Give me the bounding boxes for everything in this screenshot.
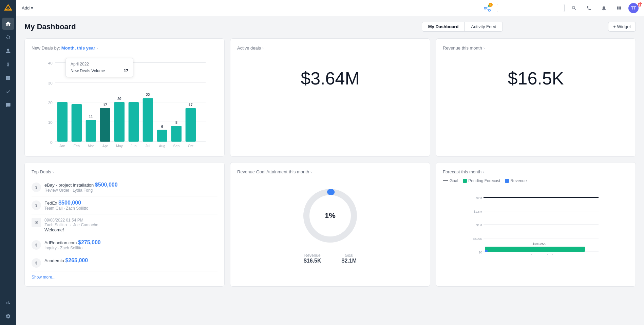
grid-button[interactable] xyxy=(613,3,624,14)
email-preview: Welcome! xyxy=(44,227,98,232)
legend-goal: Goal xyxy=(443,178,458,183)
sidebar-item-tasks[interactable] xyxy=(2,85,14,98)
show-more-link[interactable]: Show more... xyxy=(32,275,217,280)
revenue-month-value: $16.5K xyxy=(443,55,629,102)
forecast-legend: Goal Pending Forecast Revenue xyxy=(443,178,629,183)
search-button[interactable] xyxy=(569,3,580,14)
tooltip-value: 17 xyxy=(124,69,128,73)
deal-item-2: $ FedEx $500,000 Team Call · Zach Sollit… xyxy=(32,196,217,214)
deal-amount-1: $500,000 xyxy=(95,182,118,188)
notification-button[interactable] xyxy=(599,3,609,14)
sidebar-item-reports[interactable] xyxy=(2,72,14,84)
svg-text:22: 22 xyxy=(146,93,150,97)
svg-text:Total Forecasted Value: Total Forecasted Value xyxy=(525,254,556,255)
search-input[interactable] xyxy=(497,4,565,12)
svg-rect-55 xyxy=(485,247,585,252)
svg-text:17: 17 xyxy=(189,103,193,107)
deal-sub-1: Review Order · Lydia Fong xyxy=(44,188,118,193)
connect-icon[interactable]: 1 xyxy=(482,3,493,14)
forecast-card: Forecast this month › Goal Pending Forec… xyxy=(436,162,636,287)
goal-stat: Goal $2.1M xyxy=(342,253,357,264)
svg-text:20: 20 xyxy=(48,100,53,105)
legend-pending-label: Pending Forecast xyxy=(468,178,500,183)
sidebar-item-deals[interactable] xyxy=(2,58,14,71)
phone-button[interactable] xyxy=(584,3,594,14)
tooltip-date: April 2022 xyxy=(71,62,128,66)
svg-text:10: 10 xyxy=(48,120,53,125)
sidebar-item-analytics[interactable] xyxy=(2,297,14,309)
tab-activity-feed[interactable]: Activity Feed xyxy=(465,22,502,31)
forecast-chart-area: $0 $500K $1M $1.5M $2M xyxy=(443,187,629,255)
top-deals-title: Top Deals › xyxy=(32,169,217,174)
deal-sub-2: Team Call · Zach Sollitto xyxy=(44,206,88,211)
dashboard-bottom-row: Top Deals › $ eBay - project installatio… xyxy=(24,162,636,287)
chevron-down-icon: ▾ xyxy=(31,5,33,11)
svg-rect-15 xyxy=(57,102,68,142)
sidebar-logo xyxy=(3,3,14,14)
legend-green-icon xyxy=(463,179,467,183)
goal-stat-value: $2.1M xyxy=(342,258,357,264)
email-icon: ✉ xyxy=(32,218,41,227)
svg-text:$500K: $500K xyxy=(473,237,482,241)
tooltip-label: New Deals Volume xyxy=(71,69,105,73)
deal-name-2: FedEx xyxy=(44,200,58,206)
add-button[interactable]: Add ▾ xyxy=(22,5,33,11)
deal-sub-3: Inquiry · Zach Sollitto xyxy=(44,246,101,250)
chart-tooltip: April 2022 New Deals Volume 17 xyxy=(65,58,133,77)
forecast-title: Forecast this month › xyxy=(443,169,629,174)
svg-text:6: 6 xyxy=(161,125,163,129)
deal-name-1: eBay - project installation xyxy=(44,183,95,188)
legend-blue-icon xyxy=(505,179,509,183)
donut-stats: Revenue $16.5K Goal $2.1M xyxy=(304,253,357,264)
sidebar-item-person[interactable] xyxy=(2,45,14,57)
svg-rect-19 xyxy=(86,120,96,142)
new-deals-title-link[interactable]: Month, this year xyxy=(61,45,95,51)
svg-text:$0: $0 xyxy=(479,251,482,254)
revenue-stat: Revenue $16.5K xyxy=(304,253,321,264)
new-deals-title: New Deals by: Month, this year › 🗑 xyxy=(32,45,217,51)
sidebar-item-home[interactable] xyxy=(2,18,14,30)
svg-text:8: 8 xyxy=(175,120,177,125)
sidebar-item-settings[interactable] xyxy=(2,310,14,322)
new-deals-title-prefix: New Deals by: xyxy=(32,45,60,51)
topbar: Add ▾ 1 TT xyxy=(16,0,644,16)
forecast-chevron: › xyxy=(483,170,484,174)
goal-stat-label: Goal xyxy=(342,253,357,258)
svg-text:40: 40 xyxy=(48,61,53,65)
legend-pending: Pending Forecast xyxy=(463,178,500,183)
svg-rect-33 xyxy=(157,130,167,142)
svg-text:Aug: Aug xyxy=(159,144,165,148)
main-container: Add ▾ 1 TT xyxy=(16,0,644,325)
legend-revenue-label: Revenue xyxy=(510,178,527,183)
dashboard-top-row: New Deals by: Month, this year › 🗑 April… xyxy=(24,38,636,157)
sidebar-item-refresh[interactable] xyxy=(2,31,14,43)
add-widget-button[interactable]: + Widget xyxy=(608,22,636,32)
svg-text:May: May xyxy=(116,144,123,148)
top-deals-chevron: › xyxy=(53,170,54,174)
content-area: My Dashboard My Dashboard Activity Feed … xyxy=(16,16,644,325)
add-label: Add xyxy=(22,5,30,11)
svg-text:Jun: Jun xyxy=(131,144,136,148)
svg-line-4 xyxy=(486,8,488,9)
email-from: Zach Sollitto → Joe Camacho xyxy=(44,223,98,227)
svg-point-0 xyxy=(484,7,486,9)
deal-item-1: $ eBay - project installation $500,000 R… xyxy=(32,178,217,196)
svg-text:Jul: Jul xyxy=(146,144,150,148)
revenue-goal-suffix: this month xyxy=(289,169,309,174)
svg-text:0: 0 xyxy=(50,140,53,145)
new-deals-card: New Deals by: Month, this year › 🗑 April… xyxy=(24,38,225,157)
connect-badge: 1 xyxy=(489,3,493,7)
deal-icon-3: $ xyxy=(32,240,41,250)
deal-name-4: Academia xyxy=(44,258,65,263)
svg-text:Oct: Oct xyxy=(188,144,193,148)
donut-container: 1% Revenue $16.5K Goal $2.1M xyxy=(237,178,423,271)
svg-point-2 xyxy=(489,9,491,11)
page-title: My Dashboard xyxy=(24,22,316,31)
svg-text:30: 30 xyxy=(48,81,53,85)
tab-my-dashboard[interactable]: My Dashboard xyxy=(422,22,465,31)
forecast-svg: $0 $500K $1M $1.5M $2M xyxy=(443,187,629,255)
svg-text:$2M: $2M xyxy=(476,196,482,200)
svg-rect-22 xyxy=(100,108,110,142)
legend-revenue: Revenue xyxy=(505,178,527,183)
sidebar-item-messages[interactable] xyxy=(2,99,14,111)
